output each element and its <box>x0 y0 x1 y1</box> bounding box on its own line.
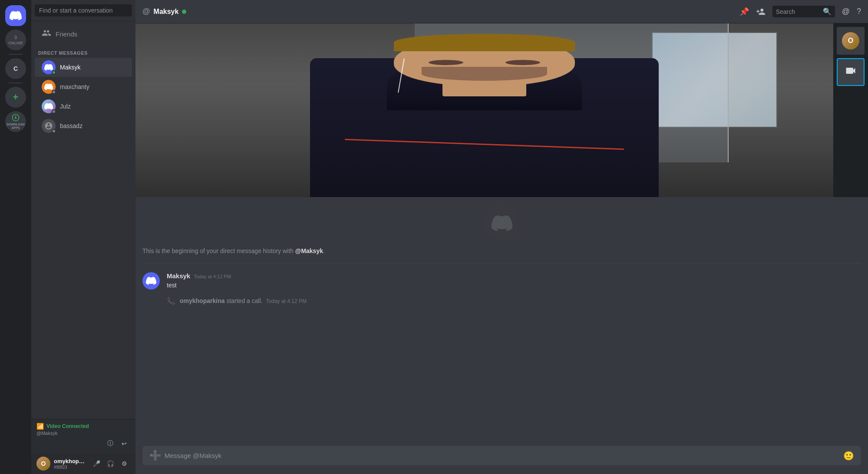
top-bar: @ Maksyk 📌 🔍 @ ? <box>135 0 868 23</box>
server-icon-discord[interactable] <box>5 5 26 26</box>
find-conversation-input[interactable] <box>35 4 132 16</box>
add-server-button[interactable]: + <box>5 87 26 108</box>
video-call-area: O <box>135 23 868 197</box>
message-group-1: Maksyk Today at 4:12 PM test <box>142 272 861 290</box>
dm-avatar-maksyk <box>42 60 56 74</box>
add-friend-icon[interactable] <box>756 7 766 16</box>
search-bar-area <box>31 0 135 21</box>
side-videos: O <box>833 23 868 197</box>
side-video-camera-off[interactable] <box>837 58 865 86</box>
voice-bars-icon: 📶 <box>36 423 44 430</box>
msg-content-1: Maksyk Today at 4:12 PM test <box>167 272 861 290</box>
dm-avatar-julz <box>42 99 56 113</box>
system-action: started a call. <box>226 297 262 304</box>
status-dot-maxchanty <box>52 90 56 94</box>
dm-item-maxchanty[interactable]: maxchanty <box>35 77 132 96</box>
download-label: DOWNLOADAPPS <box>7 123 25 130</box>
camera-off-inner <box>838 59 864 85</box>
online-count-number: 0 <box>14 35 17 40</box>
dm-name-bassadz: bassadz <box>60 122 83 129</box>
server-divider <box>9 54 23 55</box>
dm-name-maksyk: Maksyk <box>60 64 80 71</box>
phone-icon: 📞 <box>167 297 175 305</box>
voice-channel-name: @Maksyk <box>36 431 130 436</box>
username-display: omykhopark... <box>54 458 87 464</box>
dm-list: Friends DIRECT MESSAGES Maksyk <box>31 21 135 419</box>
at-sign: @ <box>142 7 150 16</box>
system-actor: omykhoparkina <box>180 297 224 304</box>
server-divider-2 <box>9 82 23 83</box>
attach-button[interactable]: ➕ <box>149 450 161 461</box>
user-info: omykhopark... #8803 <box>54 458 87 470</box>
user-avatar: O <box>36 457 50 471</box>
server-icon-c[interactable]: C <box>5 58 26 79</box>
pin-messages-icon[interactable]: 📌 <box>739 7 749 16</box>
dm-item-maksyk[interactable]: Maksyk <box>35 58 132 77</box>
voice-controls: ⓘ ↩ <box>36 438 130 450</box>
online-count-label: ONLINE <box>8 41 23 45</box>
voice-status: 📶 Video Connected <box>36 423 130 430</box>
friends-icon <box>42 28 51 40</box>
channel-name: Maksyk <box>154 8 179 16</box>
video-content <box>135 23 833 197</box>
history-start-name: @Maksyk <box>295 247 323 254</box>
message-input-wrapper: ➕ 🙂 <box>142 446 861 465</box>
msg-header-1: Maksyk Today at 4:12 PM <box>167 272 861 280</box>
dm-name-maxchanty: maxchanty <box>60 83 89 90</box>
messages-container: This is the beginning of your direct mes… <box>135 197 868 446</box>
main-video-stream <box>135 23 833 197</box>
channel-sidebar: Friends DIRECT MESSAGES Maksyk <box>31 0 135 474</box>
history-ghost-avatar <box>142 206 861 240</box>
download-apps-button[interactable]: DOWNLOADAPPS <box>5 111 26 132</box>
dm-section-label: DIRECT MESSAGES <box>31 43 135 57</box>
chat-area: This is the beginning of your direct mes… <box>135 197 868 474</box>
server-icon-online: 0 ONLINE <box>5 30 26 50</box>
msg-timestamp-1: Today at 4:12 PM <box>194 274 231 279</box>
user-controls: 🎤 🎧 ⚙ <box>90 458 130 470</box>
msg-username-maksyk: Maksyk <box>167 272 190 280</box>
system-time: Today at 4:12 PM <box>266 298 307 304</box>
dm-name-julz: Julz <box>60 103 71 110</box>
friends-nav-item[interactable]: Friends <box>35 25 132 43</box>
user-bar: O omykhopark... #8803 🎤 🎧 ⚙ <box>31 453 135 474</box>
system-event-text: omykhoparkina started a call. Today at 4… <box>180 297 307 304</box>
search-input[interactable] <box>776 8 819 15</box>
camera-off-icon <box>845 65 857 79</box>
status-dot-maksyk <box>52 70 56 75</box>
message-input-area: ➕ 🙂 <box>135 446 868 474</box>
server-list: 0 ONLINE C + DOWNLOADAPPS <box>0 0 31 474</box>
channel-title: @ Maksyk <box>142 7 186 16</box>
search-icon: 🔍 <box>823 7 832 16</box>
dm-item-bassadz[interactable]: bassadz <box>35 116 132 135</box>
main-content: @ Maksyk 📌 🔍 @ ? <box>135 0 868 474</box>
voice-connected-bar: 📶 Video Connected @Maksyk ⓘ ↩ <box>31 419 135 453</box>
system-event-1: 📞 omykhoparkina started a call. Today at… <box>142 297 861 305</box>
msg-avatar-maksyk <box>142 272 160 290</box>
emoji-button[interactable]: 🙂 <box>843 451 854 461</box>
dm-avatar-bassadz <box>42 119 56 133</box>
user-settings-button[interactable]: ⚙ <box>118 458 130 470</box>
voice-disconnect-button[interactable]: ↩ <box>118 438 130 450</box>
history-start-prefix: This is the beginning of your direct mes… <box>142 247 295 254</box>
status-dot-bassadz <box>52 129 56 133</box>
voice-info-button[interactable]: ⓘ <box>104 438 116 450</box>
side-video-user[interactable]: O <box>837 27 865 55</box>
mention-icon[interactable]: @ <box>842 7 850 16</box>
msg-text-1: test <box>167 281 861 290</box>
dm-avatar-maxchanty <box>42 80 56 94</box>
user-tag: #8803 <box>54 464 87 470</box>
search-bar[interactable]: 🔍 <box>772 6 835 17</box>
top-bar-actions: 📌 🔍 @ ? <box>739 6 861 17</box>
status-dot-julz <box>52 109 56 114</box>
history-start-period: . <box>323 247 325 254</box>
history-start-text: This is the beginning of your direct mes… <box>142 247 861 263</box>
voice-status-text: Video Connected <box>46 423 89 429</box>
help-icon[interactable]: ? <box>857 7 861 16</box>
mute-button[interactable]: 🎤 <box>90 458 102 470</box>
friends-label: Friends <box>56 30 77 38</box>
message-input[interactable] <box>165 446 840 465</box>
deafen-button[interactable]: 🎧 <box>104 458 116 470</box>
online-indicator <box>182 10 186 14</box>
dm-item-julz[interactable]: Julz <box>35 97 132 116</box>
